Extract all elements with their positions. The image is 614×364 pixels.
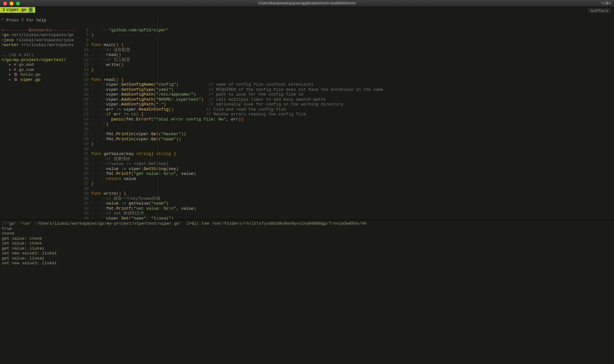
code-line[interactable]: 18› \\viper.SetConfigType("yaml") // REQ… — [77, 87, 614, 92]
help-hint: " Press ? for help — [1, 18, 46, 23]
code-line[interactable]: 34› \\value := viper.GetString(key) — [77, 167, 614, 172]
code-line[interactable]: 25› \\} — [77, 122, 614, 127]
code-line[interactable]: 6› \\\"github.com/spf13/viper" — [77, 28, 614, 33]
code-line[interactable]: 32› \\// 需要强转 — [77, 157, 614, 162]
code-line[interactable]: 22› \\err := viper.ReadInConfig() // Fin… — [77, 107, 614, 112]
code-line[interactable]: 12› \\// 写入配置 — [77, 58, 614, 63]
file-icon: ≡ — [14, 67, 16, 72]
current-dir[interactable]: </go/my-project/vipertest/ — [1, 58, 66, 62]
file-go-sum[interactable]: ▸ ≡ go.sum — [1, 67, 34, 72]
code-line[interactable]: 29} — [77, 142, 614, 147]
code-line[interactable]: 7) — [77, 33, 614, 38]
file-explorer[interactable]: " Press ? for help >----------Bookmarks-… — [0, 13, 77, 220]
tab-bar: 1 viper.go ✕ — [0, 7, 614, 13]
code-line[interactable]: 16func read() { — [77, 77, 614, 82]
code-line[interactable]: 10› \\// 读取配置 — [77, 48, 614, 53]
file-icon: 🗎 — [14, 77, 18, 82]
code-line[interactable]: 17› \\viper.SetConfigName("config") // n… — [77, 82, 614, 87]
code-line[interactable]: 26 — [77, 127, 614, 132]
code-line[interactable]: 44› \\viper.Set("name", "liukai") — [77, 216, 614, 220]
close-icon[interactable] — [3, 2, 7, 5]
file-icon: ≡ — [14, 62, 16, 67]
code-line[interactable]: 11› \\read() — [77, 52, 614, 58]
code-line[interactable]: 38 — [77, 186, 614, 191]
code-line[interactable]: 30 — [77, 147, 614, 152]
code-line[interactable]: 28› \\fmt.Println(viper.Get("name")) — [77, 137, 614, 142]
code-line[interactable]: 41› \\value := getValue("name") — [77, 201, 614, 206]
titlebar: /Users/liukai/workspaces/application/nvi… — [0, 0, 614, 7]
code-line[interactable]: 27› \\fmt.Println(viper.Get("Hacker")) — [77, 132, 614, 137]
code-line[interactable]: 36› \\return value — [77, 176, 614, 182]
file-viper-go[interactable]: ▸ 🗎 viper.go — [1, 77, 40, 82]
maximize-icon[interactable] — [16, 2, 20, 5]
traffic-lights — [0, 2, 20, 5]
code-line[interactable]: 39func write() { — [77, 191, 614, 196]
main-area: " Press ? for help >----------Bookmarks-… — [0, 13, 614, 220]
terminal-output[interactable]: :!'go' 'run' '/Users/liukai/workspaces/g… — [0, 220, 614, 269]
tab-flag-icon: ✕ — [29, 7, 33, 12]
code-line[interactable]: 15 — [77, 72, 614, 77]
column-ruler — [157, 13, 157, 220]
window-title: /Users/liukai/workspaces/application/nvi… — [0, 1, 614, 6]
code-line[interactable]: 19› \\viper.AddConfigPath("/etc/appname/… — [77, 92, 614, 97]
code-editor[interactable]: 6› \\\"github.com/spf13/viper"7)89func m… — [77, 13, 614, 220]
code-line[interactable]: 31func getValue(key string) string { — [77, 151, 614, 157]
code-line[interactable]: 21› \\viper.AddConfigPath(".") // option… — [77, 102, 614, 107]
code-line[interactable]: 40› \\// 获取一个key为name的值 — [77, 196, 614, 201]
code-line[interactable]: 14} — [77, 67, 614, 73]
bookmark-java[interactable]: java — [4, 38, 14, 43]
up-dir[interactable]: .. (up a dir) — [1, 52, 34, 57]
code-line[interactable]: 35› \\fmt.Printf("get value: %s\n", valu… — [77, 171, 614, 176]
window-shortcut: ⌥⌘4 — [601, 1, 611, 6]
code-line[interactable]: 42› \\fmt.Printf("set value: %s\n", valu… — [77, 206, 614, 211]
bookmarks-title: Bookmarks — [29, 28, 51, 33]
code-line[interactable]: 13› \\write() — [77, 62, 614, 67]
code-line[interactable]: 37} — [77, 181, 614, 186]
code-line[interactable]: 23› \\if err != nil { // Handle errors r… — [77, 112, 614, 117]
code-line[interactable]: 33› \\//value := viper.Get(key) — [77, 161, 614, 167]
file-go-mod[interactable]: ▸ ≡ go.mod — [1, 62, 34, 67]
file-icon: 🗎 — [14, 72, 18, 77]
code-line[interactable]: 8 — [77, 38, 614, 43]
code-line[interactable]: 24› › panic(fmt.Errorf("fatal error conf… — [77, 117, 614, 122]
minimize-icon[interactable] — [10, 2, 13, 5]
tab-index: 1 — [3, 7, 5, 12]
code-line[interactable]: 20› \\viper.AddConfigPath("$HOME/.vipert… — [77, 97, 614, 102]
code-line[interactable]: 43› \\// set 新值到文件 — [77, 211, 614, 216]
code-line[interactable]: 9func main() { — [77, 43, 614, 48]
tab-name: viper.go — [6, 7, 26, 12]
tab-viper-go[interactable]: 1 viper.go ✕ — [0, 7, 35, 13]
bookmark-worker[interactable]: worker — [4, 43, 19, 47]
bookmark-go[interactable]: go — [4, 33, 9, 37]
file-hello-go[interactable]: ▸ 🗎 hello.go — [1, 72, 40, 77]
